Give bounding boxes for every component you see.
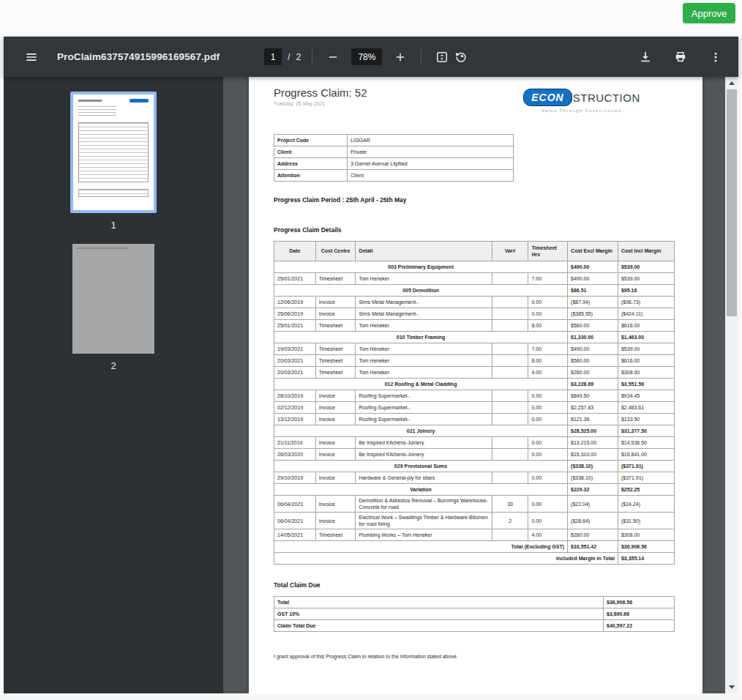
- item-detail: Tom Heneker: [356, 273, 492, 285]
- details-row: 25/01/2021TimesheetTom Heneker7.00$490.0…: [274, 273, 675, 285]
- group-cost-incl: $31,377.50: [618, 425, 674, 437]
- details-header-row: DateCost CentreDetailVar#Timesheet HrsCo…: [274, 242, 675, 261]
- group-label: 021 Joinery: [274, 425, 568, 437]
- info-label: Project Code: [274, 135, 348, 146]
- mini-info-table: [78, 106, 116, 116]
- more-options-button[interactable]: [706, 48, 725, 67]
- item-cost-excl: ($385.55): [568, 308, 618, 320]
- group-cost-incl: $95.16: [618, 285, 674, 297]
- item-cost-incl: $539.00: [618, 343, 674, 355]
- item-timesheet-hrs: 0.00: [528, 437, 568, 449]
- details-header-cell: Cost Excl Margin: [568, 242, 618, 261]
- print-button[interactable]: [671, 48, 690, 67]
- item-timesheet-hrs: 0.00: [528, 297, 568, 308]
- item-cost-centre: Timesheet: [315, 320, 356, 332]
- item-timesheet-hrs: 0.00: [528, 402, 568, 414]
- item-detail: Be Inspired Kitchens-Joinery: [356, 437, 492, 449]
- item-var: [492, 343, 528, 355]
- scroll-down-button[interactable]: [725, 681, 738, 693]
- item-cost-excl: $15,310.00: [568, 449, 618, 461]
- details-row: 14/05/2021TimesheetPlumbing Works – Tom …: [274, 529, 675, 541]
- thumbnail-label-2: 2: [110, 360, 116, 371]
- item-cost-excl: ($87.94): [568, 297, 618, 308]
- zoom-in-button[interactable]: [391, 48, 410, 67]
- item-var: 33: [492, 496, 528, 513]
- item-var: 2: [492, 513, 528, 529]
- total-cost-excl: $33,551.42: [568, 541, 618, 553]
- pdf-toolbar: ProClaim637574915996169567.pdf 1 / 2 78%: [4, 37, 738, 77]
- item-cost-incl: ($31.50): [618, 513, 674, 529]
- item-cost-centre: Invoice: [315, 513, 356, 529]
- rotate-button[interactable]: [451, 48, 471, 67]
- group-cost-excl: $28,525.00: [568, 425, 618, 437]
- toolbar-center-controls: 1 / 2 78%: [264, 37, 471, 77]
- scroll-up-button[interactable]: [725, 77, 738, 89]
- item-cost-centre: Invoice: [315, 402, 356, 414]
- print-icon: [673, 50, 688, 64]
- logo-struction-text: STRUCTION: [573, 92, 640, 104]
- item-cost-excl: ($22.04): [568, 496, 618, 513]
- item-cost-centre: Invoice: [315, 297, 356, 308]
- details-row: 21/11/2019InvoiceBe Inspired Kitchens-Jo…: [274, 437, 675, 449]
- details-row: 12/06/2019InvoiceSims Metal Management-.…: [274, 297, 675, 308]
- group-label: Variation: [274, 484, 568, 496]
- item-cost-excl: ($28.64): [568, 513, 618, 529]
- item-date: 28/10/2019: [274, 390, 316, 402]
- pdf-filename: ProClaim637574915996169567.pdf: [57, 51, 220, 62]
- item-detail: Hardware & General-ply for stiars: [356, 472, 492, 484]
- item-date: 19/03/2021: [274, 343, 316, 355]
- minus-icon: [326, 51, 340, 64]
- item-detail: Roofing Supermarket-.: [356, 390, 492, 402]
- item-detail: Electrical Work – Swadlings Timber & Har…: [356, 513, 492, 529]
- item-cost-centre: Invoice: [315, 472, 356, 484]
- total-label: Total (Excluding GST): [274, 541, 568, 553]
- item-timesheet-hrs: 8.00: [528, 355, 568, 367]
- toolbar-right-controls: [636, 37, 725, 77]
- info-label: Address: [274, 158, 348, 170]
- thumbnail-page-2[interactable]: [72, 244, 154, 354]
- mini-totals-table: [78, 189, 149, 197]
- info-label: Attention: [274, 170, 348, 182]
- totals-label: Total: [274, 597, 604, 608]
- zoom-level[interactable]: 78%: [351, 48, 382, 65]
- details-row: 005 Demolition$86.51$95.16: [274, 285, 675, 297]
- item-cost-centre: Invoice: [315, 414, 356, 425]
- viewer-body: 1 2 Progress Claim: 52 Tuesday, 25 May 2…: [4, 77, 738, 693]
- approve-button[interactable]: Approve: [683, 3, 735, 23]
- toolbar-divider: [312, 49, 312, 65]
- fit-to-page-button[interactable]: [432, 48, 451, 67]
- group-cost-excl: $3,228.69: [568, 379, 618, 390]
- item-detail: Tom Heneker: [356, 367, 492, 379]
- item-cost-centre: Invoice: [315, 437, 356, 449]
- triangle-down-icon: [729, 685, 735, 689]
- item-cost-incl: ($24.24): [618, 496, 674, 513]
- item-cost-incl: $14,536.50: [618, 437, 674, 449]
- item-cost-excl: ($338.10): [568, 472, 618, 484]
- item-timesheet-hrs: 0.00: [528, 513, 568, 529]
- details-header-cell: Detail: [356, 242, 492, 261]
- item-var: [492, 437, 528, 449]
- document-header: Progress Claim: 52 Tuesday, 25 May 2021 …: [274, 86, 675, 112]
- item-date: 02/12/2019: [274, 402, 316, 414]
- fit-to-page-icon: [435, 50, 449, 64]
- details-row: 26/03/2020InvoiceBe Inspired Kitchens-Jo…: [274, 449, 675, 461]
- group-cost-incl: $1,463.00: [618, 332, 674, 343]
- item-date: 14/05/2021: [274, 529, 316, 541]
- info-value: L03GAR: [348, 135, 514, 146]
- group-label: 005 Demolition: [274, 285, 568, 297]
- details-heading: Progress Claim Details: [274, 226, 675, 234]
- menu-button[interactable]: [22, 48, 41, 67]
- item-cost-excl: $121.36: [568, 414, 618, 425]
- thumbnail-page-1[interactable]: [70, 92, 157, 213]
- page-divider: /: [288, 52, 290, 62]
- zoom-out-button[interactable]: [323, 48, 342, 67]
- vertical-scrollbar[interactable]: [725, 77, 738, 693]
- item-var: [492, 390, 528, 402]
- page-number-input[interactable]: 1: [264, 48, 282, 65]
- details-header-cell: Date: [274, 242, 316, 261]
- download-icon: [638, 50, 653, 64]
- scrollbar-thumb[interactable]: [727, 89, 737, 316]
- item-var: [492, 367, 528, 379]
- download-button[interactable]: [636, 48, 655, 67]
- item-date: 25/01/2021: [274, 320, 316, 332]
